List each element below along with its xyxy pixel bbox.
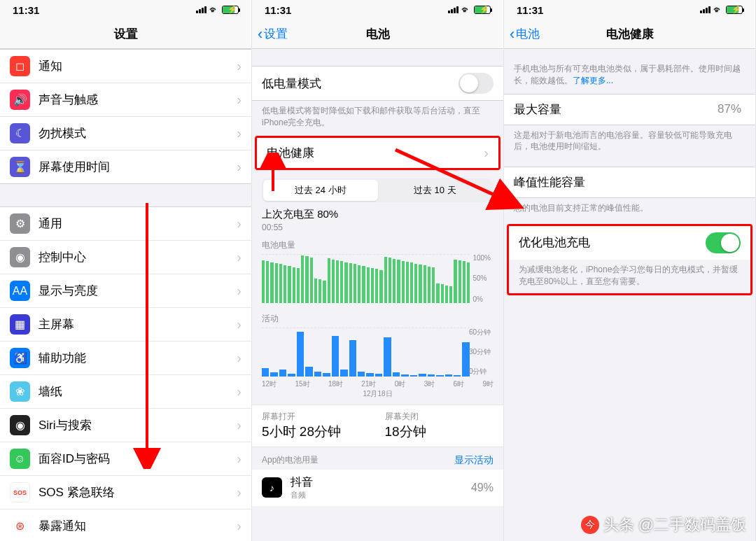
back-button[interactable]: ‹设置 (258, 26, 288, 42)
settings-row[interactable]: ◉Siri与搜索› (0, 409, 251, 442)
wifi-icon: ᯤ (209, 4, 219, 15)
peak-perf-label: 峰值性能容量 (514, 174, 746, 190)
watermark-icon: 今 (581, 516, 599, 534)
time-segment[interactable]: 过去 24 小时 过去 10 天 (262, 178, 493, 202)
seg-10d[interactable]: 过去 10 天 (378, 180, 493, 201)
nav-title: 电池 (366, 26, 390, 42)
chevron-right-icon: › (237, 92, 241, 108)
peak-perf-row: 峰值性能容量 (504, 167, 755, 197)
settings-row[interactable]: ☾勿扰模式› (0, 117, 251, 150)
status-right: ᯤ ⚡ (196, 4, 239, 15)
settings-row[interactable]: ⊛暴露通知› (0, 510, 251, 541)
screen-time-row: 屏幕打开 5小时 28分钟 屏幕关闭 18分钟 (252, 405, 503, 447)
opt-charge-switch[interactable] (706, 232, 741, 253)
screen-on-label: 屏幕打开 (262, 411, 371, 423)
row-icon: AA (10, 281, 30, 301)
row-icon: ❀ (10, 381, 30, 402)
battery-icon: ⚡ (222, 6, 239, 14)
phone-battery-health: 11:31 ᯤ ⚡ ‹电池 电池健康 手机电池与所有可充电电池类似，属于易耗部件… (504, 0, 756, 541)
settings-row[interactable]: SOSSOS 紧急联络› (0, 476, 251, 510)
low-power-mode-row[interactable]: 低电量模式 (252, 66, 503, 100)
settings-row[interactable]: ▦主屏幕› (0, 308, 251, 342)
row-label: 通用 (38, 216, 237, 232)
status-time: 11:31 (517, 4, 543, 16)
low-power-switch[interactable] (458, 73, 493, 94)
opt-charge-label: 优化电池充电 (519, 234, 706, 251)
wifi-icon: ᯤ (461, 4, 471, 15)
opt-charge-highlight: 优化电池充电 为减缓电池老化，iPhone会学习您每日的充电模式，并暂缓充电至8… (507, 224, 752, 295)
nav-bar: ‹电池 电池健康 (504, 20, 755, 49)
row-icon: 🔊 (10, 90, 30, 110)
screen-off-value: 18分钟 (385, 423, 494, 441)
settings-row[interactable]: ⚙通用› (0, 207, 251, 241)
row-icon: ☾ (10, 123, 30, 143)
app-row-douyin[interactable]: ♪ 抖音 音频 49% (252, 470, 503, 506)
chevron-right-icon: › (237, 384, 241, 400)
status-bar: 11:31 ᯤ ⚡ (252, 0, 503, 20)
spacer (0, 184, 251, 206)
settings-group-1: ◻通知›🔊声音与触感›☾勿扰模式›⌛屏幕使用时间› (0, 49, 251, 184)
settings-row[interactable]: ◻通知› (0, 50, 251, 83)
row-label: 控制中心 (38, 249, 237, 265)
settings-row[interactable]: ⌛屏幕使用时间› (0, 150, 251, 183)
nav-title: 设置 (114, 26, 138, 42)
signal-icon (700, 6, 710, 13)
row-label: 面容ID与密码 (38, 451, 237, 467)
low-power-desc: 低电量模式将暂时降低如下载和邮件获取等后台活动，直至iPhone完全充电。 (252, 101, 503, 136)
row-icon: ◻ (10, 56, 30, 76)
settings-row[interactable]: ☺面容ID与密码› (0, 442, 251, 476)
back-button[interactable]: ‹电池 (510, 26, 540, 42)
chevron-left-icon: ‹ (510, 27, 514, 42)
settings-row[interactable]: ♿辅助功能› (0, 342, 251, 375)
last-charge-time: 00:55 (262, 223, 493, 232)
status-time: 11:31 (13, 4, 39, 16)
app-sub: 音频 (290, 490, 471, 500)
signal-icon (448, 6, 458, 13)
nav-title: 电池健康 (606, 26, 654, 42)
battery-icon: ⚡ (726, 6, 743, 14)
app-name: 抖音 (290, 475, 471, 490)
max-capacity-label: 最大容量 (514, 101, 718, 118)
settings-row[interactable]: AA显示与亮度› (0, 274, 251, 308)
settings-content[interactable]: ◻通知›🔊声音与触感›☾勿扰模式›⌛屏幕使用时间› ⚙通用›◉控制中心›AA显示… (0, 49, 251, 541)
app-pct: 49% (471, 482, 493, 494)
chevron-right-icon: › (237, 316, 241, 332)
row-label: 墙纸 (38, 384, 237, 400)
learn-more-link[interactable]: 了解更多... (573, 76, 613, 85)
chevron-right-icon: › (237, 249, 241, 265)
settings-row[interactable]: ◉控制中心› (0, 241, 251, 274)
chevron-right-icon: › (484, 145, 489, 161)
row-icon: ◉ (10, 415, 30, 435)
max-capacity-group: 最大容量 87% (504, 94, 755, 125)
battery-level-chart: 100%50%0% (262, 254, 470, 303)
charts: 上次充电至 80% 00:55 电池电量 100%50%0% 活动 60分钟30… (252, 208, 503, 399)
opt-charge-row[interactable]: 优化电池充电 (509, 226, 750, 260)
status-bar: 11:31 ᯤ ⚡ (504, 0, 755, 20)
chart2-label: 活动 (262, 313, 493, 325)
douyin-icon: ♪ (262, 477, 282, 498)
nav-bar: 设置 (0, 20, 251, 49)
x-axis-hours: 12时15时18时21时0时3时6时9时 (262, 379, 493, 389)
settings-row[interactable]: ❀墙纸› (0, 375, 251, 409)
status-right: ᯤ ⚡ (448, 4, 491, 15)
settings-row[interactable]: 🔊声音与触感› (0, 83, 251, 117)
row-icon: ⌛ (10, 157, 30, 177)
row-icon: ◉ (10, 247, 30, 267)
screen-on-value: 5小时 28分钟 (262, 423, 371, 441)
intro-text: 手机电池与所有可充电电池类似，属于易耗部件。使用时间越长，能效越低。了解更多..… (504, 49, 755, 94)
row-label: SOS 紧急联络 (38, 484, 237, 500)
status-time: 11:31 (265, 4, 291, 16)
opt-charge-group: 优化电池充电 (509, 226, 750, 260)
peak-perf-group: 峰值性能容量 (504, 167, 755, 198)
battery-health-row[interactable]: 电池健康 › (257, 138, 498, 168)
battery-health-content[interactable]: 手机电池与所有可充电电池类似，属于易耗部件。使用时间越长，能效越低。了解更多..… (504, 49, 755, 541)
screen-off-label: 屏幕关闭 (385, 411, 494, 423)
seg-24h[interactable]: 过去 24 小时 (263, 180, 378, 201)
battery-content[interactable]: 低电量模式 低电量模式将暂时降低如下载和邮件获取等后台活动，直至iPhone完全… (252, 49, 503, 541)
activity-chart: 60分钟30分钟0分钟 (262, 328, 470, 377)
chevron-right-icon: › (237, 417, 241, 433)
show-activity-link[interactable]: 显示活动 (454, 454, 493, 467)
max-capacity-desc: 这是相对于新电池而言的电池容量。容量较低可能导致充电后，电池使用时间缩短。 (504, 125, 755, 160)
row-icon: ♿ (10, 348, 30, 368)
chevron-right-icon: › (237, 58, 241, 74)
